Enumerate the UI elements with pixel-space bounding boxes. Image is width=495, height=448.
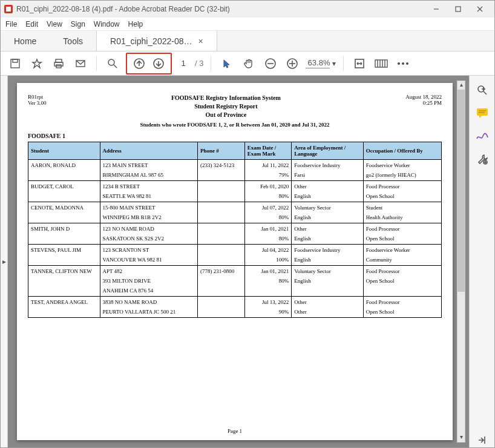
svg-rect-7 [13,59,18,62]
star-icon[interactable] [28,55,45,72]
svg-rect-3 [456,7,461,12]
menu-file[interactable]: File [5,20,17,28]
tab-tools[interactable]: Tools [50,31,96,51]
print-icon[interactable] [50,55,67,72]
col-occ: Occupation / Offered By [363,142,441,160]
zoom-dropdown-icon[interactable]: ▾ [332,59,336,68]
left-pane-toggle[interactable]: ▸ [1,76,8,447]
more-tools-rail-icon[interactable] [475,152,490,166]
svg-line-32 [484,91,487,94]
right-tools-rail [469,76,494,447]
col-area: Area of Employment / Language [292,142,364,160]
svg-rect-23 [375,60,387,67]
report-date: August 18, 2022 [405,94,442,100]
report-table: Student Address Phone # Exam Date / Exam… [28,142,442,318]
svg-point-28 [398,62,400,64]
titlebar: R01_ciphi_2022-08-18 (4).pdf - Adobe Acr… [1,1,494,18]
col-student: Student [28,142,100,160]
svg-rect-35 [477,108,488,116]
table-row: TEST, ANDREA ANGEL3838 NO NAME ROADJul 1… [28,297,442,318]
search-pane-icon[interactable] [475,83,490,97]
report-version: Ver 3.00 [28,100,47,106]
collapse-rail-icon[interactable] [475,433,490,447]
pdf-page: R01rpt Ver 3.00 FOODSAFE Registry Inform… [17,83,453,440]
report-time: 0:25 PM [405,100,442,106]
toolbar: 1 / 3 63.8% ▾ [1,51,494,76]
fill-sign-icon[interactable] [475,129,490,143]
separator [96,56,97,71]
menu-help[interactable]: Help [128,20,143,28]
document-viewport[interactable]: R01rpt Ver 3.00 FOODSAFE Registry Inform… [8,76,469,447]
svg-marker-8 [33,59,41,68]
section-heading: FOODSAFE 1 [28,133,442,139]
maximize-button[interactable] [447,1,469,18]
page-nav-highlight [126,53,172,74]
table-row: SMITH, JOHN D123 NO NAME ROADJan 01, 202… [28,223,442,245]
table-row: AARON, RONALD123 MAIN STREET(233) 324-51… [28,160,442,181]
svg-rect-10 [54,62,63,66]
email-icon[interactable] [72,55,89,72]
find-icon[interactable] [104,55,121,72]
report-title-1: FOODSAFE Registry Information System [171,94,281,102]
prev-page-icon[interactable] [131,55,148,72]
svg-rect-1 [6,7,11,12]
table-row: TANNER, CLIFTON NEWAPT 482(778) 231-0800… [28,266,442,297]
vertical-scrollbar[interactable]: ▴ ▾ [457,81,465,443]
zoom-out-icon[interactable] [262,55,279,72]
col-exam: Exam Date / Exam Mark [244,142,292,160]
page-total: / 3 [195,59,203,68]
minimize-button[interactable] [425,1,447,18]
table-row: STEVENS, PAUL JIM123 SCRANTON STJul 04, … [28,245,442,266]
table-row: BUDGET, CAROL1234 B STREETFeb 01, 2020Ot… [28,181,442,202]
menu-view[interactable]: View [47,20,62,28]
svg-line-14 [114,65,117,68]
menubar: File Edit View Sign Window Help [1,18,494,31]
tab-tools-label: Tools [63,36,83,46]
menu-edit[interactable]: Edit [25,20,38,28]
hand-tool-icon[interactable] [240,55,257,72]
svg-rect-6 [11,59,19,68]
page-footer: Page 1 [17,428,453,434]
menu-window[interactable]: Window [94,20,120,28]
save-icon[interactable] [7,55,24,72]
workspace: ▸ R01rpt Ver 3.00 FOODSAFE Registry Info… [1,76,494,447]
page-number-input[interactable]: 1 [177,59,190,68]
tab-home[interactable]: Home [1,31,50,51]
comment-pane-icon[interactable] [475,106,490,120]
tabstrip: Home Tools R01_ciphi_2022-08… × [1,31,494,51]
report-title-3: Out of Province [171,111,281,119]
next-page-icon[interactable] [150,55,167,72]
separator [211,56,211,71]
scroll-thumb[interactable] [457,90,465,292]
zoom-level[interactable]: 63.8% [306,58,330,68]
window-title: R01_ciphi_2022-08-18 (4).pdf - Adobe Acr… [16,5,425,13]
svg-point-30 [407,62,408,64]
pdf-file-icon [4,5,13,13]
menu-sign[interactable]: Sign [71,20,85,28]
col-phone: Phone # [198,142,245,160]
table-row: CENOTE, MADONNA15-800 MAIN STREETJul 07,… [28,202,442,223]
col-address: Address [100,142,198,160]
report-criteria: Students who wrote FOODSAFE 1, 2, or R b… [28,122,442,128]
report-org: R01rpt [28,94,47,100]
report-title-2: Student Registry Report [171,102,281,111]
tab-home-label: Home [14,36,36,46]
close-button[interactable] [469,1,491,18]
select-tool-icon[interactable] [218,55,235,72]
tab-close-icon[interactable]: × [198,36,203,46]
more-tools-icon[interactable] [395,55,411,72]
tab-document[interactable]: R01_ciphi_2022-08… × [96,31,217,51]
scroll-down-icon[interactable]: ▾ [457,433,465,442]
read-mode-icon[interactable] [373,55,390,72]
fit-width-icon[interactable] [351,55,368,72]
svg-rect-9 [56,59,62,62]
zoom-in-icon[interactable] [284,55,301,72]
tab-document-label: R01_ciphi_2022-08… [110,36,192,46]
svg-point-13 [108,59,114,65]
separator [343,56,344,71]
scroll-up-icon[interactable]: ▴ [457,81,465,90]
svg-point-29 [402,62,404,64]
